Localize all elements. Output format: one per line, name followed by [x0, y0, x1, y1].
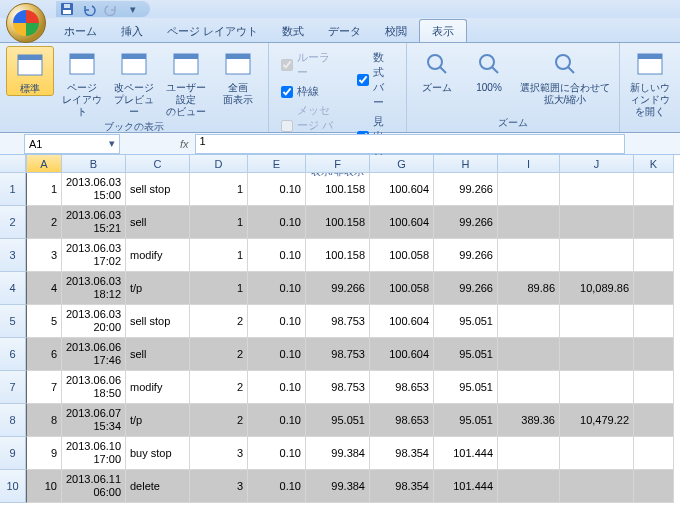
- cell[interactable]: 2013.06.0617:46: [62, 338, 126, 371]
- fx-icon[interactable]: fx: [180, 138, 189, 150]
- cell[interactable]: 95.051: [434, 404, 498, 437]
- cell[interactable]: 2: [190, 305, 248, 338]
- cell[interactable]: 0.10: [248, 272, 306, 305]
- check-数式バー[interactable]: 数式バー: [357, 50, 394, 110]
- col-header-B[interactable]: B: [62, 155, 126, 173]
- cell[interactable]: [634, 404, 674, 437]
- cell[interactable]: 1: [190, 206, 248, 239]
- undo-icon[interactable]: [78, 1, 100, 17]
- cell[interactable]: [634, 305, 674, 338]
- cell[interactable]: 2013.06.0315:00: [62, 173, 126, 206]
- cell[interactable]: [498, 437, 560, 470]
- cell[interactable]: buy stop: [126, 437, 190, 470]
- tab-6[interactable]: 表示: [419, 19, 467, 42]
- cell[interactable]: [560, 437, 634, 470]
- cell[interactable]: [498, 338, 560, 371]
- tab-2[interactable]: ページ レイアウト: [155, 20, 270, 42]
- col-header-H[interactable]: H: [434, 155, 498, 173]
- cell[interactable]: 4: [26, 272, 62, 305]
- cell[interactable]: 99.266: [434, 206, 498, 239]
- cell[interactable]: 2013.06.0618:50: [62, 371, 126, 404]
- cell[interactable]: 5: [26, 305, 62, 338]
- select-all-corner[interactable]: [0, 155, 26, 173]
- cell[interactable]: 2: [190, 338, 248, 371]
- row-header[interactable]: 5: [0, 305, 26, 338]
- custom-view-button[interactable]: ユーザー設定のビュー: [162, 46, 210, 118]
- cell[interactable]: 6: [26, 338, 62, 371]
- cell[interactable]: sell stop: [126, 173, 190, 206]
- cell[interactable]: 99.266: [434, 173, 498, 206]
- cell[interactable]: 99.384: [306, 437, 370, 470]
- cell[interactable]: 95.051: [434, 338, 498, 371]
- cell[interactable]: 100.158: [306, 206, 370, 239]
- zoom100-button[interactable]: 100%: [465, 46, 513, 94]
- page-break-button[interactable]: 改ページプレビュー: [110, 46, 158, 118]
- zoom-selection-button[interactable]: 選択範囲に合わせて拡大/縮小: [517, 46, 613, 106]
- check-枠線[interactable]: 枠線: [281, 84, 341, 99]
- cell[interactable]: 98.753: [306, 371, 370, 404]
- cell[interactable]: 2: [190, 371, 248, 404]
- row-header[interactable]: 10: [0, 470, 26, 503]
- cell[interactable]: 0.10: [248, 206, 306, 239]
- col-header-I[interactable]: I: [498, 155, 560, 173]
- cell[interactable]: 99.266: [434, 239, 498, 272]
- cell[interactable]: 389.36: [498, 404, 560, 437]
- cell[interactable]: 95.051: [434, 371, 498, 404]
- cell[interactable]: [560, 206, 634, 239]
- cell[interactable]: [634, 173, 674, 206]
- col-header-J[interactable]: J: [560, 155, 634, 173]
- cell[interactable]: [498, 305, 560, 338]
- cell[interactable]: 98.753: [306, 305, 370, 338]
- cell[interactable]: 1: [26, 173, 62, 206]
- cell[interactable]: 1: [190, 239, 248, 272]
- tab-0[interactable]: ホーム: [52, 20, 109, 42]
- cell[interactable]: 2: [26, 206, 62, 239]
- cell[interactable]: sell: [126, 206, 190, 239]
- cell[interactable]: 0.10: [248, 173, 306, 206]
- cell[interactable]: [498, 239, 560, 272]
- col-header-E[interactable]: E: [248, 155, 306, 173]
- chevron-down-icon[interactable]: ▾: [109, 137, 115, 150]
- cell[interactable]: 10: [26, 470, 62, 503]
- cell[interactable]: 10,479.22: [560, 404, 634, 437]
- cell[interactable]: delete: [126, 470, 190, 503]
- cell[interactable]: 0.10: [248, 404, 306, 437]
- cell[interactable]: 100.158: [306, 173, 370, 206]
- cell[interactable]: 0.10: [248, 239, 306, 272]
- normal-view-button[interactable]: 標準: [6, 46, 54, 96]
- cell[interactable]: 98.753: [306, 338, 370, 371]
- row-header[interactable]: 7: [0, 371, 26, 404]
- col-header-F[interactable]: F: [306, 155, 370, 173]
- row-header[interactable]: 3: [0, 239, 26, 272]
- cell[interactable]: 100.604: [370, 206, 434, 239]
- qat-dropdown-icon[interactable]: ▾: [122, 1, 144, 17]
- cell[interactable]: [634, 239, 674, 272]
- spreadsheet-grid[interactable]: 12345678910 ABCDEFGHIJK 12013.06.0315:00…: [0, 155, 680, 515]
- cell[interactable]: 7: [26, 371, 62, 404]
- cell[interactable]: 2013.06.1017:00: [62, 437, 126, 470]
- cell[interactable]: [634, 470, 674, 503]
- cell[interactable]: 0.10: [248, 371, 306, 404]
- cell[interactable]: 0.10: [248, 305, 306, 338]
- tab-4[interactable]: データ: [316, 20, 373, 42]
- name-box[interactable]: A1 ▾: [24, 134, 120, 154]
- cell[interactable]: 10,089.86: [560, 272, 634, 305]
- cell[interactable]: 100.604: [370, 305, 434, 338]
- col-header-G[interactable]: G: [370, 155, 434, 173]
- cell[interactable]: 100.058: [370, 239, 434, 272]
- cell[interactable]: [498, 173, 560, 206]
- cell[interactable]: t/p: [126, 404, 190, 437]
- cell[interactable]: 1: [190, 173, 248, 206]
- row-header[interactable]: 4: [0, 272, 26, 305]
- cell[interactable]: [634, 272, 674, 305]
- save-icon[interactable]: [56, 1, 78, 17]
- cell[interactable]: 2: [190, 404, 248, 437]
- col-header-K[interactable]: K: [634, 155, 674, 173]
- cell[interactable]: 0.10: [248, 437, 306, 470]
- zoom-button[interactable]: ズーム: [413, 46, 461, 94]
- cell[interactable]: 98.354: [370, 470, 434, 503]
- cell[interactable]: 3: [26, 239, 62, 272]
- cell[interactable]: 2013.06.0318:12: [62, 272, 126, 305]
- col-header-A[interactable]: A: [26, 155, 62, 173]
- cell[interactable]: 2013.06.0315:21: [62, 206, 126, 239]
